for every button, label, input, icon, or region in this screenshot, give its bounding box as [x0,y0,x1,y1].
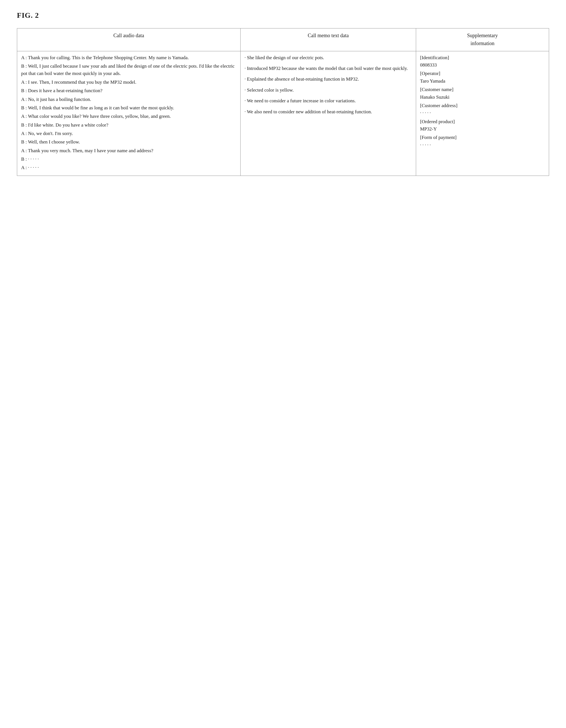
page-title: FIG. 2 [17,11,549,20]
header-supp: Supplementary information [416,28,549,51]
memo-cell: · She liked the design of our electric p… [240,51,416,176]
supplementary-cell: [Identification]0808333[Operator]Taro Ya… [416,51,549,176]
main-table: Call audio data Call memo text data Supp… [17,28,549,176]
audio-cell: A : Thank you for calling. This is the T… [17,51,241,176]
header-audio: Call audio data [17,28,241,51]
header-memo: Call memo text data [240,28,416,51]
